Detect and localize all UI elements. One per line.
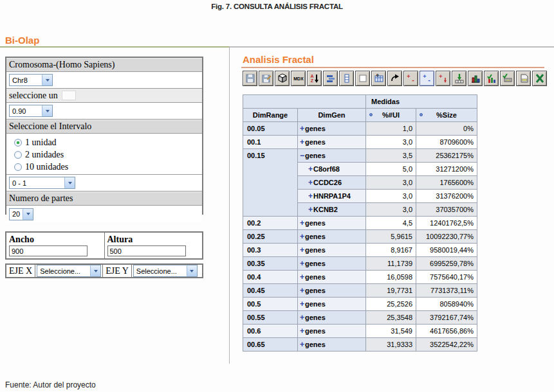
axis-y-value: Seleccione... — [136, 267, 177, 275]
print-config-button[interactable] — [500, 71, 515, 86]
radio-button[interactable] — [14, 163, 22, 171]
swap-axes-button[interactable] — [387, 71, 402, 86]
print-button[interactable] — [516, 71, 531, 86]
table-row: 00.1+genes3,08709600% — [243, 136, 477, 149]
expand-icon[interactable]: + — [300, 340, 304, 349]
chevron-down-icon[interactable] — [90, 265, 100, 276]
member-name: genes — [305, 219, 326, 227]
threshold-mini-input[interactable] — [62, 91, 76, 100]
drill-replace-button[interactable]: + — [436, 71, 450, 86]
member-name: genes — [305, 138, 326, 146]
save-button[interactable] — [243, 71, 257, 86]
height-input[interactable] — [107, 245, 186, 256]
expand-icon[interactable]: + — [300, 124, 304, 133]
expand-icon[interactable]: + — [300, 313, 304, 322]
sort-icon[interactable] — [420, 113, 423, 116]
table-row: 00.2+genes4,512401762,5% — [243, 217, 477, 230]
collapse-icon[interactable]: − — [300, 151, 304, 160]
ui-value-cell: 25,3548 — [366, 311, 416, 325]
col-header-dimgen: DimGen — [298, 109, 366, 122]
expand-icon[interactable]: + — [300, 259, 304, 268]
expand-icon[interactable]: + — [308, 165, 313, 174]
col-header-ui: %#UI — [366, 109, 416, 122]
radio-button[interactable] — [14, 151, 22, 159]
width-input[interactable] — [9, 245, 88, 256]
radio-button[interactable] — [14, 139, 22, 147]
suppress-empty-button[interactable]: 0 — [371, 71, 386, 86]
drill-position-button[interactable]: +- — [420, 71, 434, 86]
hide-spans-button[interactable] — [339, 71, 354, 86]
svg-text:+: + — [407, 73, 410, 80]
show-properties-button[interactable] — [355, 71, 370, 86]
axis-x-label: EJE X — [6, 265, 35, 277]
divider-left — [0, 46, 230, 48]
expand-icon[interactable]: + — [300, 232, 304, 241]
expand-icon[interactable]: + — [300, 218, 304, 227]
olap-navigator-button[interactable] — [275, 71, 290, 86]
axes-form: EJE X Seleccione... EJE Y Seleccione... — [5, 263, 203, 278]
expand-icon[interactable]: + — [300, 245, 304, 254]
chevron-down-icon[interactable] — [187, 265, 197, 276]
chevron-down-icon[interactable] — [23, 209, 33, 220]
threshold-select[interactable]: 0.90 — [9, 105, 53, 117]
expand-icon[interactable]: + — [308, 205, 313, 214]
expand-icon[interactable]: + — [300, 299, 304, 308]
member-name: genes — [305, 273, 326, 281]
table-row: 00.5+genes25,25268058940% — [243, 298, 477, 311]
drill-member-button[interactable]: +- — [403, 71, 418, 86]
expand-icon[interactable]: + — [300, 138, 304, 147]
expand-icon[interactable]: + — [300, 286, 304, 295]
member-name: genes — [305, 246, 326, 254]
sort-button[interactable]: AZ — [307, 71, 322, 86]
figure-source: Fuente: Autor del proyecto — [5, 380, 96, 389]
size-value-cell: 9580019,44% — [416, 244, 477, 257]
parts-select[interactable]: 20 — [9, 208, 33, 220]
fractal-title: Analisis Fractal — [243, 54, 314, 65]
axis-x-select[interactable]: Seleccione... — [37, 265, 101, 277]
panel-divider — [229, 46, 230, 364]
divider-right — [230, 46, 554, 48]
ui-value-cell: 3,0 — [366, 203, 416, 217]
member-name: genes — [305, 152, 326, 159]
save-as-button[interactable] — [259, 71, 273, 86]
measures-header: Medidas — [366, 95, 477, 109]
table-row: 00.65+genes31,93333522542,22% — [243, 338, 477, 352]
svg-text:-: - — [428, 76, 430, 84]
expand-icon[interactable]: + — [308, 178, 313, 187]
sort-icon[interactable] — [369, 113, 373, 116]
member-name: HNRPA1P4 — [313, 192, 351, 200]
expand-icon[interactable]: + — [300, 272, 304, 281]
size-value-cell: 4617656,86% — [416, 325, 477, 338]
chromosome-select-value: Chr8 — [12, 76, 28, 84]
interval-option: 1 unidad — [14, 136, 202, 148]
parts-select-value: 20 — [12, 210, 20, 218]
member-name: genes — [305, 287, 326, 294]
member-cell: +HNRPA1P4 — [298, 190, 366, 203]
axis-y-select[interactable]: Seleccione... — [133, 265, 198, 277]
chevron-down-icon[interactable] — [42, 75, 52, 85]
print-icon — [519, 73, 529, 84]
mdx-icon: MDX — [293, 73, 304, 84]
expand-icon[interactable]: + — [300, 326, 304, 335]
drill-through-button[interactable] — [452, 71, 466, 86]
chart-config-icon — [486, 73, 497, 84]
ui-value-cell: 5,0 — [366, 163, 416, 176]
export-excel-button[interactable] — [532, 71, 547, 86]
properties-icon — [358, 73, 368, 84]
mdx-editor-button[interactable]: MDX — [291, 71, 306, 86]
chevron-down-icon[interactable] — [64, 177, 75, 188]
ui-value-cell: 31,9333 — [366, 338, 416, 352]
svg-text:+: + — [439, 73, 442, 80]
chart-config-button[interactable] — [484, 71, 499, 86]
member-name: genes — [305, 314, 326, 321]
svg-text:Z: Z — [310, 78, 313, 83]
radio-label: 2 unidades — [25, 150, 64, 160]
interval-range-select[interactable]: 0 - 1 — [9, 177, 75, 189]
chromosome-select[interactable]: Chr8 — [9, 74, 53, 86]
show-chart-button[interactable] — [468, 71, 483, 86]
show-parent-members-button[interactable] — [323, 71, 338, 86]
size-value-cell: 8709600% — [416, 136, 477, 149]
expand-icon[interactable]: + — [308, 192, 313, 200]
figure-caption: Fig. 7. CONSULTA ANÁLISIS FRACTAL — [0, 3, 554, 10]
chevron-down-icon[interactable] — [42, 105, 52, 116]
